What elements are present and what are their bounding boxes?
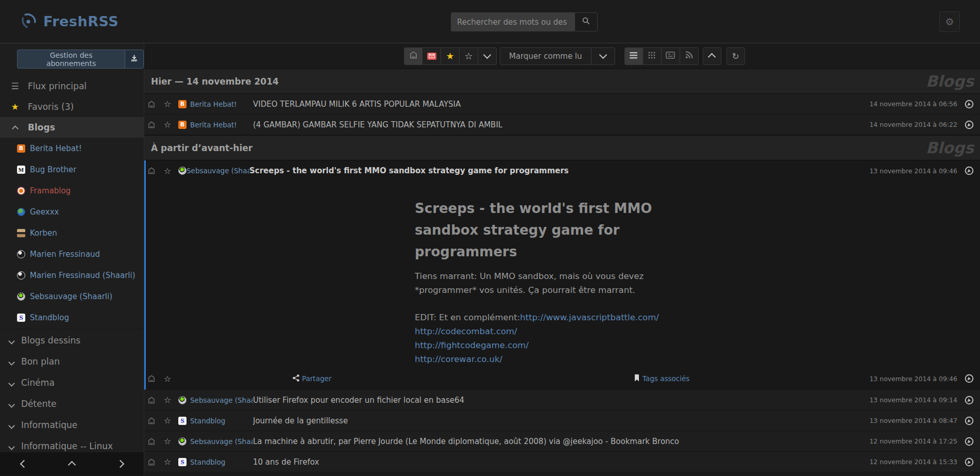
entry-row[interactable]: ☆ S Standblog 10 ans de Firefox 12 novem… [144,452,980,472]
sidebar-category-bon-plan[interactable]: Bon plan [0,351,144,372]
app-logo[interactable]: FreshRSS [21,11,119,31]
read-on-site-icon[interactable] [965,416,974,425]
sidebar-feed-standblog[interactable]: S Standblog [0,307,144,328]
sidebar-category-cinema[interactable]: Cinéma [0,372,144,393]
mark-read-icon[interactable] [147,374,156,383]
read-on-site-icon[interactable] [965,166,974,175]
view-grid-button[interactable] [643,47,662,65]
article-link[interactable]: http://codecombat.com/ [415,326,517,336]
sidebar-category-detente[interactable]: Détente [0,393,144,414]
filter-unread-button[interactable] [423,47,441,65]
entry-feed-name[interactable]: Berita Hebat! [190,100,253,108]
refresh-button[interactable]: ↻ [726,47,745,65]
mark-read-icon[interactable] [147,100,156,108]
bookmark-star-icon[interactable]: ☆ [163,436,172,446]
read-on-site-icon[interactable] [965,396,974,405]
entry-title[interactable]: Utiliser Firefox pour encoder un fichier… [253,396,863,405]
entry-row[interactable]: ☆ Sebsauvage (Shaarli) Utiliser Firefox … [144,390,980,411]
sidebar-feed-marien-shaarli[interactable]: Marien Fressinaud (Shaarli) [0,265,144,286]
mark-read-icon[interactable] [147,121,156,129]
entry-feed-name[interactable]: Standblog [190,417,253,425]
entry-row[interactable]: ☆ B Berita Hebat! VIDEO TERLAMPAU MILIK … [144,94,980,114]
sidebar-feed-korben[interactable]: Korben [0,222,144,243]
entry-title[interactable]: La machine à abrutir, par Pierre Jourde … [253,437,863,446]
article-link[interactable]: http://corewar.co.uk/ [415,354,502,364]
tags-label[interactable]: Tags associés [643,374,689,383]
sidebar-feed-marien[interactable]: Marien Fressinaud [0,243,144,265]
read-on-site-icon[interactable] [965,374,974,383]
mark-read-icon[interactable] [147,167,156,175]
search-button[interactable] [575,12,598,31]
search-input[interactable] [451,12,575,31]
entry-row[interactable]: ☆ Sebsauvage (Shaarli) La machine à abru… [144,431,980,452]
article-link[interactable]: http://www.javascriptbattle.com/ [520,313,659,322]
sidebar-feed-sebsauvage[interactable]: Sebsauvage (Shaarli) [0,286,144,307]
mark-read-icon[interactable] [147,417,156,425]
sidebar-feed-framablog[interactable]: Framablog [0,180,144,201]
entry-title[interactable]: Screeps - the world's first MMO sandbox … [249,166,863,175]
sidebar-item-label: Favoris (3) [28,102,74,112]
share-button[interactable]: Partager [293,368,331,389]
entry-feed-name[interactable]: Sebsauvage (Shaarli) [190,396,253,404]
app-header: FreshRSS ⚙ [0,0,980,43]
manage-subscriptions-button[interactable]: Gestion des abonnements [17,50,125,69]
entry-title[interactable]: 10 ans de Firefox [253,457,863,467]
import-export-button[interactable] [125,50,144,69]
entry-title[interactable]: VIDEO TERLAMPAU MILIK 6 ARTIS POPULAR MA… [253,100,863,109]
read-on-site-icon[interactable] [965,100,974,109]
filter-not-favorites-button[interactable]: ☆ [460,47,478,65]
category-label: Bon plan [21,356,60,367]
mark-read-icon[interactable] [147,396,156,404]
share-label[interactable]: Partager [302,374,331,383]
filter-read-button[interactable] [404,47,423,65]
read-on-site-icon[interactable] [965,437,974,446]
sidebar-feed-bugbrother[interactable]: M Bug Brother [0,159,144,180]
hamburger-icon: ☰ [9,81,21,91]
sidebar-category-informatique[interactable]: Informatique [0,414,144,435]
bookmark-star-icon[interactable]: ☆ [163,120,172,129]
settings-button[interactable]: ⚙ [939,11,960,32]
view-reader-button[interactable] [662,47,680,65]
bookmark-star-icon[interactable]: ☆ [163,166,172,176]
pager-next-button[interactable] [105,452,136,475]
mark-read-icon[interactable] [147,437,156,446]
entry-title[interactable]: Journée de la gentillesse [253,416,863,425]
pager-previous-button[interactable] [9,452,40,475]
scroll-top-button[interactable] [703,47,721,65]
bookmark-star-icon[interactable]: ☆ [163,374,172,384]
grid-view-icon [648,51,655,61]
entry-title[interactable]: (4 GAMBAR) GAMBAR SELFIE YANG TIDAK SEPA… [253,120,863,129]
view-list-button[interactable] [624,47,643,65]
entry-feed-name[interactable]: Sebsauvage (Shaarli) [190,437,253,446]
filter-dropdown-button[interactable] [478,47,497,65]
mark-read-icon[interactable] [147,458,156,466]
sidebar-item-favorites[interactable]: ★ Favoris (3) [0,96,144,117]
read-on-site-icon[interactable] [965,120,974,129]
standblog-favicon: S [178,417,187,425]
bookmark-star-icon[interactable]: ☆ [163,99,172,109]
sidebar-feed-geexxx[interactable]: Geexxx [0,201,144,222]
mark-as-read-dropdown[interactable] [592,47,615,65]
entry-row[interactable]: ☆ B Berita Hebat! (4 GAMBAR) GAMBAR SELF… [144,114,980,135]
bookmark-star-icon[interactable]: ☆ [163,457,172,467]
entry-feed-name[interactable]: Standblog [190,458,253,466]
tags-button[interactable]: Tags associés [634,368,689,389]
sidebar-item-main-stream[interactable]: ☰ Flux principal [0,76,144,96]
bookmark-star-icon[interactable]: ☆ [163,416,172,425]
sidebar-category-blogs-dessins[interactable]: Blogs dessins [0,330,144,351]
article-link[interactable]: http://fightcodegame.com/ [415,340,529,350]
feed-label: Framablog [30,186,71,195]
entry-feed-name[interactable]: Sebsauvage (Shaarli) [187,167,249,175]
sidebar-feed-berita[interactable]: B Berita Hebat! [0,138,144,159]
rss-view-button[interactable] [680,47,699,65]
mark-as-read-button[interactable]: Marquer comme lu [500,47,592,65]
bookmark-star-icon[interactable]: ☆ [163,395,172,405]
pager-top-button[interactable] [57,452,88,475]
sidebar-category-blogs[interactable]: Blogs [0,117,144,138]
read-on-site-icon[interactable] [965,457,974,467]
filter-favorites-button[interactable]: ★ [441,47,460,65]
entry-row[interactable]: ☆ Sebsauvage (Shaarli) Screeps - the wor… [146,160,980,181]
entry-feed-name[interactable]: Berita Hebat! [190,121,253,129]
entry-row[interactable]: ☆ S Standblog Journée de la gentillesse … [144,411,980,431]
globe-favicon [17,208,25,216]
